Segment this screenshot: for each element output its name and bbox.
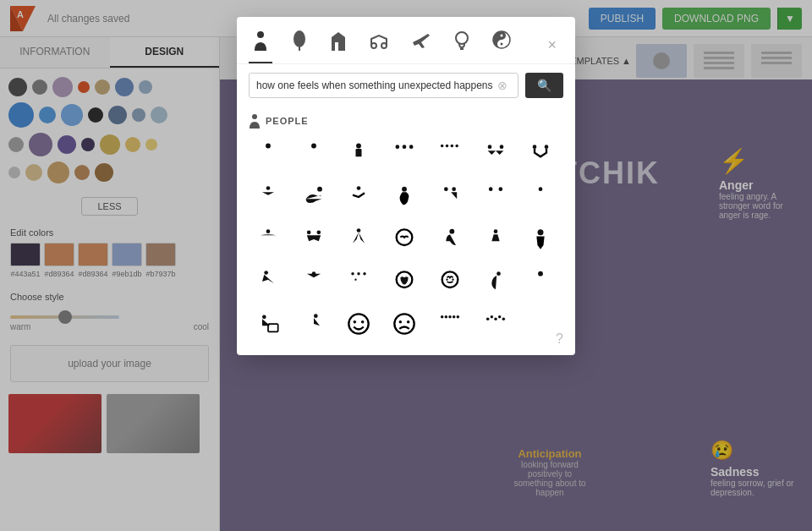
icon-sad-face[interactable] bbox=[385, 304, 424, 343]
icon-picker-modal: × ⊗ 🔍 PEOPLE bbox=[237, 17, 575, 355]
svg-point-95 bbox=[352, 272, 355, 276]
icon-sitting2[interactable] bbox=[294, 304, 333, 343]
svg-point-12 bbox=[294, 30, 305, 47]
svg-rect-15 bbox=[335, 42, 338, 51]
svg-point-63 bbox=[402, 187, 407, 192]
svg-point-11 bbox=[257, 31, 264, 38]
svg-point-80 bbox=[307, 231, 311, 235]
modal-tab-buildings[interactable] bbox=[326, 25, 350, 63]
svg-point-56 bbox=[533, 145, 537, 149]
icon-crowd2[interactable] bbox=[476, 304, 515, 343]
icon-stretch[interactable] bbox=[249, 220, 288, 259]
modal-tab-travel[interactable] bbox=[408, 25, 435, 63]
icon-couple[interactable] bbox=[431, 178, 469, 216]
svg-point-130 bbox=[486, 317, 489, 320]
icon-brain-head[interactable] bbox=[385, 262, 424, 301]
svg-point-52 bbox=[487, 145, 491, 149]
svg-point-123 bbox=[448, 315, 452, 319]
svg-point-81 bbox=[316, 231, 321, 235]
svg-point-79 bbox=[266, 229, 271, 233]
svg-point-133 bbox=[497, 315, 501, 319]
svg-point-105 bbox=[446, 279, 447, 281]
icon-couple2[interactable] bbox=[476, 178, 515, 216]
svg-point-121 bbox=[444, 315, 447, 319]
svg-point-84 bbox=[403, 237, 405, 238]
modal-tab-symbols[interactable] bbox=[489, 25, 514, 63]
svg-point-28 bbox=[357, 144, 362, 149]
modal-tab-people[interactable] bbox=[249, 25, 272, 63]
svg-point-38 bbox=[409, 145, 414, 149]
icon-grid bbox=[249, 135, 563, 343]
icon-sitting-head[interactable] bbox=[431, 220, 469, 259]
icon-pregnant[interactable] bbox=[385, 178, 424, 216]
icon-kick[interactable] bbox=[249, 262, 288, 301]
svg-point-113 bbox=[349, 314, 369, 333]
icon-arms-up[interactable] bbox=[249, 178, 288, 216]
svg-point-64 bbox=[444, 187, 448, 191]
icon-crowd1[interactable] bbox=[431, 304, 469, 343]
svg-point-119 bbox=[441, 315, 444, 319]
svg-point-86 bbox=[449, 229, 454, 234]
icon-walk[interactable] bbox=[249, 135, 288, 174]
icon-think-head[interactable] bbox=[385, 220, 424, 259]
icon-dummy21[interactable] bbox=[521, 262, 560, 301]
icon-writing[interactable] bbox=[476, 220, 515, 259]
icon-people-meeting[interactable] bbox=[476, 135, 515, 174]
search-input-wrap: ⊗ bbox=[249, 73, 518, 98]
svg-point-67 bbox=[488, 187, 492, 191]
icon-baby-crawl[interactable] bbox=[294, 178, 333, 216]
svg-point-118 bbox=[407, 320, 410, 324]
svg-point-90 bbox=[264, 271, 268, 275]
modal-tab-ideas[interactable] bbox=[450, 25, 474, 63]
icon-dummy14[interactable] bbox=[521, 220, 560, 259]
svg-marker-16 bbox=[332, 32, 345, 37]
modal-close-button[interactable]: × bbox=[540, 34, 563, 56]
icon-dummy7[interactable] bbox=[521, 178, 560, 216]
search-button[interactable]: 🔍 bbox=[525, 73, 563, 98]
svg-point-60 bbox=[317, 187, 322, 192]
svg-point-19 bbox=[456, 32, 468, 44]
icon-people-group[interactable] bbox=[385, 135, 424, 174]
icon-family[interactable] bbox=[339, 262, 378, 301]
help-icon[interactable]: ? bbox=[556, 331, 563, 347]
icon-people-row[interactable] bbox=[431, 135, 469, 174]
svg-line-77 bbox=[537, 199, 539, 206]
svg-point-131 bbox=[490, 315, 493, 319]
svg-point-116 bbox=[394, 314, 414, 333]
modal-body: PEOPLE bbox=[237, 107, 575, 355]
svg-point-125 bbox=[453, 315, 456, 319]
search-input[interactable] bbox=[256, 74, 497, 97]
icon-slouch[interactable] bbox=[476, 262, 515, 301]
modal-tab-nature[interactable] bbox=[288, 25, 311, 63]
icon-arms-up2[interactable] bbox=[294, 262, 333, 301]
svg-point-115 bbox=[361, 320, 365, 324]
modal-tabs bbox=[249, 25, 514, 63]
svg-point-87 bbox=[493, 229, 497, 233]
modal-tab-transport[interactable] bbox=[365, 25, 392, 63]
svg-line-78 bbox=[543, 199, 545, 206]
svg-line-30 bbox=[356, 156, 357, 164]
svg-line-31 bbox=[361, 156, 362, 164]
icon-man-stand[interactable] bbox=[339, 135, 378, 174]
svg-point-74 bbox=[539, 187, 543, 191]
icon-brain-face[interactable] bbox=[431, 262, 469, 301]
svg-point-108 bbox=[538, 271, 543, 276]
modal-search-row: ⊗ 🔍 bbox=[237, 64, 575, 107]
svg-point-49 bbox=[455, 145, 458, 148]
svg-point-47 bbox=[450, 145, 453, 148]
svg-rect-29 bbox=[356, 149, 362, 156]
svg-point-134 bbox=[502, 317, 505, 320]
icon-person-pole[interactable] bbox=[339, 178, 378, 216]
icon-jump[interactable] bbox=[339, 220, 378, 259]
icon-smiley[interactable] bbox=[339, 304, 378, 343]
icon-handshake[interactable] bbox=[521, 135, 560, 174]
svg-point-114 bbox=[354, 320, 357, 324]
icon-teamwork[interactable] bbox=[294, 220, 333, 259]
search-clear-button[interactable]: ⊗ bbox=[497, 79, 508, 92]
svg-line-41 bbox=[396, 156, 398, 162]
icon-desk-work[interactable] bbox=[249, 304, 288, 343]
icon-woman-stand[interactable] bbox=[294, 135, 333, 174]
svg-point-99 bbox=[364, 272, 367, 276]
svg-point-45 bbox=[446, 145, 449, 148]
svg-point-35 bbox=[403, 145, 407, 149]
